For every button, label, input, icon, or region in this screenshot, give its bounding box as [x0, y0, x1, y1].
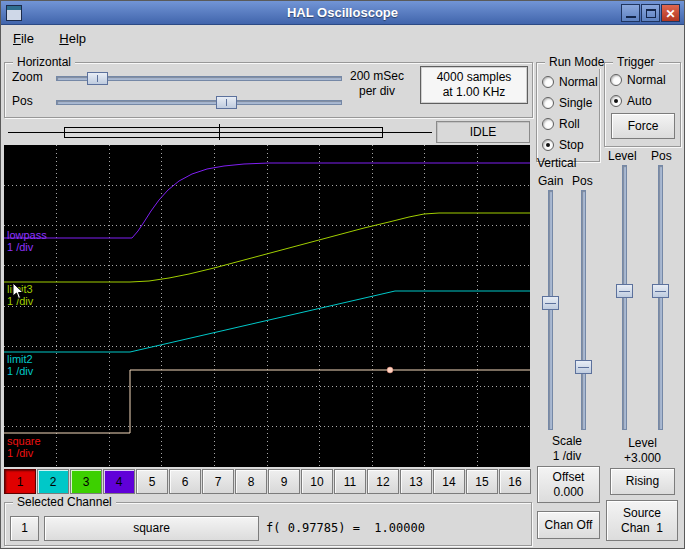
gain-slider[interactable] — [542, 190, 559, 430]
scope-display: lowpass1 /divlimit31 /divlimit21 /divsqu… — [4, 145, 530, 467]
horizontal-pos-slider[interactable] — [56, 96, 342, 109]
value-readout: f( 0.97785) = 1.00000 — [266, 521, 425, 535]
selected-channel-frame-label: Selected Channel — [13, 495, 116, 509]
app-window: HAL Oscilloscope ✕ File Help Horizontal … — [0, 0, 685, 549]
radio-icon — [542, 118, 554, 130]
vertical-pos-slider[interactable] — [575, 190, 592, 430]
selected-channel-number-button[interactable]: 1 — [10, 516, 39, 541]
channel-button-13[interactable]: 13 — [400, 469, 432, 494]
trigger-frame-label: Trigger — [613, 55, 659, 69]
trigger-radio-label: Normal — [627, 73, 666, 87]
trace-label-limit2: limit21 /div — [7, 353, 33, 377]
gain-slider-trough[interactable] — [548, 190, 553, 430]
close-icon: ✕ — [662, 6, 679, 22]
run-mode-frame: Run Mode NormalSingleRollStop — [536, 62, 600, 162]
trace-label-square: square1 /div — [7, 435, 41, 459]
run-mode-radio-label: Stop — [559, 138, 584, 152]
channel-button-2[interactable]: 2 — [37, 469, 69, 494]
run-mode-radio-single[interactable]: Single — [542, 92, 598, 113]
run-mode-frame-label: Run Mode — [545, 55, 608, 69]
channel-button-3[interactable]: 3 — [70, 469, 102, 494]
horizontal-frame-label: Horizontal — [13, 55, 75, 69]
minimize-icon — [626, 16, 636, 18]
channel-button-7[interactable]: 7 — [202, 469, 234, 494]
channel-button-5[interactable]: 5 — [136, 469, 168, 494]
record-position-bar — [4, 121, 436, 143]
trigger-pos-slider[interactable] — [652, 165, 669, 430]
vertical-pos-slider-handle[interactable] — [575, 360, 592, 374]
status-box: IDLE — [436, 121, 530, 143]
sample-rate-readout: 200 mSec per div — [340, 69, 414, 99]
menu-file[interactable]: File — [3, 26, 44, 51]
channel-button-6[interactable]: 6 — [169, 469, 201, 494]
record-length-button[interactable]: 4000 samples at 1.00 KHz — [420, 66, 528, 104]
selected-channel-name-button[interactable]: square — [44, 516, 259, 541]
titlebar[interactable]: HAL Oscilloscope ✕ — [1, 1, 684, 25]
channel-button-1[interactable]: 1 — [4, 469, 36, 494]
channel-button-15[interactable]: 15 — [466, 469, 498, 494]
selected-channel-frame: Selected Channel 1 square f( 0.97785) = … — [4, 502, 532, 546]
menubar: File Help — [1, 26, 684, 51]
trigger-level-slider[interactable] — [616, 165, 633, 430]
menu-help[interactable]: Help — [49, 26, 96, 51]
channel-button-9[interactable]: 9 — [268, 469, 300, 494]
scale-readout: Scale 1 /div — [534, 434, 600, 464]
vertical-pos-slider-trough[interactable] — [581, 190, 586, 430]
trigger-pos-label: Pos — [651, 149, 672, 163]
trigger-pos-slider-handle[interactable] — [652, 284, 669, 298]
trigger-radio-label: Auto — [627, 94, 652, 108]
trigger-radio-auto[interactable]: Auto — [610, 90, 666, 111]
scope-plot — [4, 145, 530, 467]
horizontal-frame: Horizontal Zoom Pos 200 mSec per div 400… — [4, 62, 533, 118]
run-mode-radio-stop[interactable]: Stop — [542, 134, 598, 155]
radio-icon — [542, 76, 554, 88]
window-title: HAL Oscilloscope — [1, 5, 684, 20]
maximize-icon — [646, 9, 656, 18]
gain-label: Gain — [538, 174, 563, 188]
horizontal-pos-slider-handle[interactable] — [216, 96, 237, 109]
chan-off-button[interactable]: Chan Off — [537, 511, 600, 539]
trigger-frame: Trigger NormalAuto Force — [604, 62, 681, 147]
channel-button-row: 12345678910111213141516 — [4, 469, 531, 494]
vertical-section-label: Vertical — [537, 156, 576, 170]
trigger-source-button[interactable]: Source Chan 1 — [606, 500, 678, 541]
trigger-level-label: Level — [608, 149, 637, 163]
minimize-button[interactable] — [621, 4, 640, 22]
force-button[interactable]: Force — [611, 113, 675, 139]
channel-button-8[interactable]: 8 — [235, 469, 267, 494]
channel-button-10[interactable]: 10 — [301, 469, 333, 494]
radio-icon — [610, 95, 622, 107]
channel-button-4[interactable]: 4 — [103, 469, 135, 494]
trace-label-lowpass: lowpass1 /div — [7, 229, 47, 253]
run-mode-radio-normal[interactable]: Normal — [542, 71, 598, 92]
zoom-label: Zoom — [12, 70, 43, 84]
maximize-button[interactable] — [641, 4, 660, 22]
channel-button-11[interactable]: 11 — [334, 469, 366, 494]
gain-slider-handle[interactable] — [542, 296, 559, 310]
radio-icon — [542, 97, 554, 109]
trigger-edge-button[interactable]: Rising — [610, 468, 675, 495]
zoom-slider[interactable] — [56, 72, 342, 85]
run-mode-radio-label: Roll — [559, 117, 580, 131]
channel-button-16[interactable]: 16 — [499, 469, 531, 494]
trigger-level-slider-handle[interactable] — [616, 284, 633, 298]
trigger-level-readout: Level +3.000 — [604, 436, 681, 466]
trigger-radio-normal[interactable]: Normal — [610, 69, 666, 90]
radio-icon — [610, 74, 622, 86]
horizontal-pos-slider-trough[interactable] — [56, 100, 342, 105]
channel-button-14[interactable]: 14 — [433, 469, 465, 494]
run-mode-radio-label: Normal — [559, 75, 598, 89]
run-mode-radio-label: Single — [559, 96, 592, 110]
offset-button[interactable]: Offset 0.000 — [537, 466, 600, 503]
channel-button-12[interactable]: 12 — [367, 469, 399, 494]
vertical-pos-label: Pos — [572, 174, 593, 188]
run-mode-radio-roll[interactable]: Roll — [542, 113, 598, 134]
status-text: IDLE — [470, 125, 497, 139]
zoom-slider-handle[interactable] — [87, 72, 108, 85]
mouse-cursor-icon — [12, 282, 25, 301]
pos-label: Pos — [12, 94, 33, 108]
close-button[interactable]: ✕ — [661, 4, 680, 22]
radio-icon — [542, 139, 554, 151]
